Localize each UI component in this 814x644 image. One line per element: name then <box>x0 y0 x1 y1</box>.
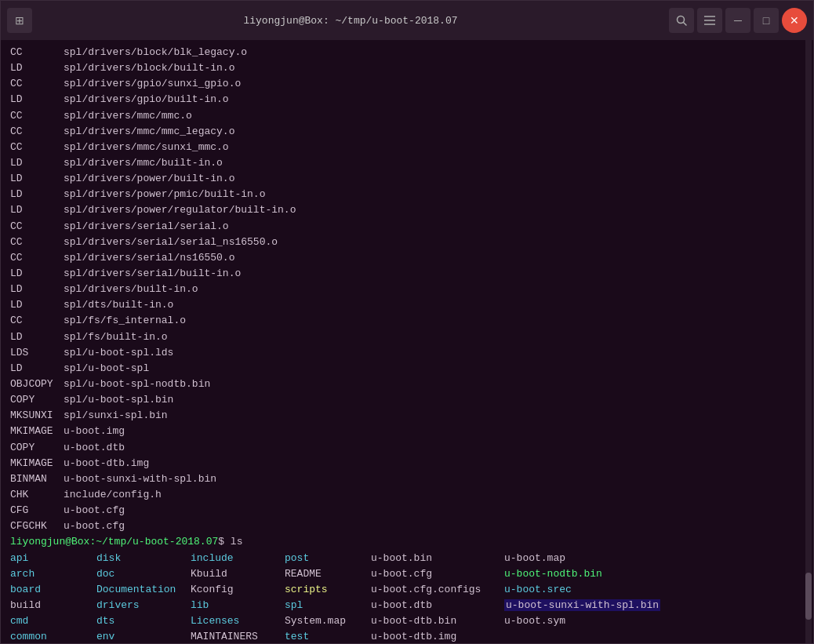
build-line: CFGCHKu-boot.cfg <box>10 518 804 534</box>
list-item: u-boot.cfg <box>371 566 504 582</box>
list-item: lib <box>191 598 285 613</box>
titlebar: ⊞ liyongjun@Box: ~/tmp/u-boot-2018.07 ─ … <box>1 1 813 40</box>
ls-col6: u-boot.map u-boot-nodtb.bin u-boot.srec … <box>504 551 685 644</box>
minimize-button[interactable]: ─ <box>725 8 750 33</box>
build-line: LDSspl/u-boot-spl.lds <box>10 345 804 361</box>
build-line: LDspl/drivers/mmc/built-in.o <box>10 155 804 171</box>
list-item: u-boot-nodtb.bin <box>504 566 685 582</box>
ls-output: api arch board build cmd common config.m… <box>10 551 804 644</box>
build-line: CCspl/drivers/serial/ns16550.o <box>10 250 804 266</box>
list-item: arch <box>10 566 96 582</box>
list-item: Kconfig <box>191 582 285 598</box>
build-line: LDspl/drivers/power/pmic/built-in.o <box>10 187 804 202</box>
terminal-body[interactable]: CCspl/drivers/block/blk_legacy.o LDspl/d… <box>1 40 813 643</box>
build-line: LDspl/u-boot-spl <box>10 361 804 377</box>
build-line: LDspl/drivers/power/regulator/built-in.o <box>10 202 804 218</box>
list-item: Kbuild <box>191 566 285 582</box>
build-line: LDspl/dts/built-in.o <box>10 297 804 313</box>
list-item: disk <box>96 551 191 566</box>
scrollbar-thumb[interactable] <box>805 573 812 620</box>
list-item: u-boot.dtb <box>371 598 504 613</box>
build-line: CHKinclude/config.h <box>10 487 804 503</box>
build-line: CCspl/drivers/mmc/sunxi_mmc.o <box>10 140 804 155</box>
list-item: scripts <box>285 582 371 598</box>
build-line: CCspl/drivers/block/blk_legacy.o <box>10 45 804 60</box>
list-item: drivers <box>96 598 191 613</box>
build-line: CCspl/drivers/serial/serial_ns16550.o <box>10 235 804 250</box>
list-item: doc <box>96 566 191 582</box>
ls-col5: u-boot.bin u-boot.cfg u-boot.cfg.configs… <box>371 551 504 644</box>
list-item: Documentation <box>96 582 191 598</box>
list-item: u-boot.map <box>504 551 685 566</box>
maximize-button[interactable]: □ <box>754 8 779 33</box>
list-item: u-boot-sunxi-with-spl.bin <box>504 598 685 613</box>
list-item: u-boot.bin <box>371 551 504 566</box>
close-button[interactable]: ✕ <box>782 8 807 33</box>
build-line: CCspl/drivers/mmc/mmc_legacy.o <box>10 124 804 140</box>
prompt-text: liyongjun@Box:~/tmp/u-boot-2018.07 <box>10 536 218 548</box>
ls-col4: post README scripts spl System.map test … <box>285 551 371 644</box>
list-item: u-boot.srec <box>504 582 685 598</box>
build-line: MKIMAGEu-boot-dtb.img <box>10 456 804 471</box>
menu-button[interactable] <box>697 8 722 33</box>
titlebar-controls: ─ □ ✕ <box>669 8 807 33</box>
list-item: u-boot-dtb.img <box>371 629 504 643</box>
list-item: dts <box>96 613 191 629</box>
list-item: Licenses <box>191 613 285 629</box>
list-item: spl <box>285 598 371 613</box>
list-item: env <box>96 629 191 643</box>
build-line: CCspl/fs/fs_internal.o <box>10 313 804 329</box>
list-item: common <box>10 629 96 643</box>
build-line: CCspl/drivers/gpio/sunxi_gpio.o <box>10 76 804 92</box>
build-line: CCspl/drivers/mmc/mmc.o <box>10 108 804 124</box>
list-item: board <box>10 582 96 598</box>
build-line: LDspl/drivers/built-in.o <box>10 282 804 297</box>
list-item: cmd <box>10 613 96 629</box>
list-item: u-boot.cfg.configs <box>371 582 504 598</box>
list-item: System.map <box>285 613 371 629</box>
build-line: LDspl/fs/built-in.o <box>10 329 804 345</box>
ls-col2: disk doc Documentation drivers dts env e… <box>96 551 191 644</box>
titlebar-title: liyongjun@Box: ~/tmp/u-boot-2018.07 <box>32 15 669 27</box>
list-item: build <box>10 598 96 613</box>
search-button[interactable] <box>669 8 694 33</box>
list-item: MAINTAINERS <box>191 629 285 643</box>
build-line: OBJCOPYspl/u-boot-spl-nodtb.bin <box>10 377 804 392</box>
list-item: u-boot-dtb.bin <box>371 613 504 629</box>
build-line: LDspl/drivers/power/built-in.o <box>10 171 804 187</box>
build-line: MKIMAGEu-boot.img <box>10 424 804 439</box>
build-line: CFGu-boot.cfg <box>10 503 804 518</box>
list-item: test <box>285 629 371 643</box>
ls-col3: include Kbuild Kconfig lib Licenses MAIN… <box>191 551 285 644</box>
list-item: post <box>285 551 371 566</box>
build-line: BINMANu-boot-sunxi-with-spl.bin <box>10 471 804 487</box>
terminal-window: ⊞ liyongjun@Box: ~/tmp/u-boot-2018.07 ─ … <box>0 0 814 644</box>
pin-button[interactable]: ⊞ <box>7 8 32 33</box>
list-item: api <box>10 551 96 566</box>
build-line: LDspl/drivers/gpio/built-in.o <box>10 92 804 107</box>
build-line: CCspl/drivers/serial/serial.o <box>10 219 804 235</box>
scrollbar[interactable] <box>805 40 812 643</box>
svg-line-1 <box>684 23 687 26</box>
list-item: include <box>191 551 285 566</box>
build-line: LDspl/drivers/block/built-in.o <box>10 60 804 76</box>
list-item: u-boot.sym <box>504 613 685 629</box>
build-line: COPYspl/u-boot-spl.bin <box>10 392 804 408</box>
list-item: README <box>285 566 371 582</box>
prompt-line: liyongjun@Box:~/tmp/u-boot-2018.07$ ls <box>10 534 804 550</box>
build-line: LDspl/drivers/serial/built-in.o <box>10 266 804 282</box>
titlebar-left: ⊞ <box>7 8 32 33</box>
build-line: MKSUNXIspl/sunxi-spl.bin <box>10 408 804 424</box>
ls-col1: api arch board build cmd common config.m… <box>10 551 96 644</box>
build-line: COPYu-boot.dtb <box>10 440 804 456</box>
